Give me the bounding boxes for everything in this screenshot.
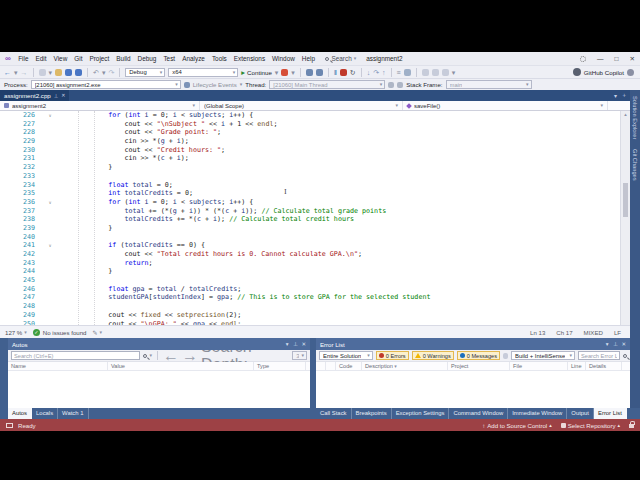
function-dropdown[interactable]: saveFile() ▾	[403, 101, 608, 110]
hot-reload-icon[interactable]	[281, 69, 288, 76]
tab-call-stack[interactable]: Call Stack	[316, 408, 352, 419]
menu-project[interactable]: Project	[86, 55, 113, 62]
fold-collapse-icon[interactable]: ∨	[40, 111, 60, 120]
menu-test[interactable]: Test	[160, 55, 179, 62]
error-list-column-project[interactable]: Project	[448, 362, 510, 370]
flag-threads-icon[interactable]	[388, 82, 394, 88]
error-list-column-code[interactable]: Code	[336, 362, 362, 370]
pin-icon[interactable]: ⊤	[613, 341, 618, 347]
menu-debug[interactable]: Debug	[134, 55, 160, 62]
autos-column-type[interactable]: Type	[254, 362, 306, 370]
redo-icon[interactable]: ↷	[108, 69, 114, 76]
chevron-down-icon[interactable]: ▾	[291, 69, 295, 76]
chevron-down-icon[interactable]: ▾	[14, 69, 18, 76]
scope-filter-dropdown[interactable]: Entire Solution▾	[319, 351, 373, 360]
restore-button[interactable]: □	[615, 55, 619, 62]
menu-edit[interactable]: Edit	[32, 55, 50, 62]
bookmark-icon[interactable]	[422, 69, 429, 76]
pause-icon[interactable]: ‖	[334, 69, 337, 76]
errors-toggle-button[interactable]: 0 Errors	[376, 351, 409, 360]
editor-vertical-scrollbar[interactable]: ▴	[620, 111, 630, 325]
step-out-icon[interactable]: ↑	[382, 69, 386, 76]
tab-exception-settings[interactable]: Exception Settings	[392, 408, 450, 419]
tab-immediate-window[interactable]: Immediate Window	[508, 408, 567, 419]
autos-panel-header[interactable]: Autos ▾ ⊤ ✕	[8, 338, 310, 350]
step-over-icon[interactable]: ↷	[373, 69, 379, 76]
warnings-toggle-button[interactable]: 0 Warnings	[412, 351, 454, 360]
tab-git-changes[interactable]: Git Changes	[632, 149, 638, 181]
code-editor[interactable]: 226∨ for (int i = 0; i < subjects; i++) …	[0, 111, 630, 325]
menu-analyze[interactable]: Analyze	[179, 55, 209, 62]
scrollbar-thumb[interactable]	[623, 183, 628, 217]
clear-filter-icon[interactable]	[503, 353, 508, 359]
autos-column-value[interactable]: Value	[108, 362, 254, 370]
autos-search-input[interactable]	[11, 351, 140, 360]
open-folder-icon[interactable]	[55, 69, 62, 76]
close-button[interactable]: ✕	[630, 55, 635, 63]
breakpoint-window-icon[interactable]	[316, 69, 323, 76]
close-icon[interactable]: ✕	[621, 341, 626, 347]
github-copilot-status[interactable]: GitHub Copilot	[573, 68, 636, 76]
menu-extensions[interactable]: Extensions	[230, 55, 268, 62]
chevron-down-icon[interactable]: ▾	[275, 69, 279, 76]
menu-tools[interactable]: Tools	[208, 55, 230, 62]
autos-content[interactable]	[8, 371, 310, 408]
fold-collapse-icon[interactable]: ∨	[40, 198, 60, 207]
tab-solution-explorer[interactable]: Solution Explorer	[632, 96, 638, 139]
undo-icon[interactable]: ↶	[93, 69, 99, 76]
new-file-icon[interactable]	[39, 69, 46, 76]
error-list-column-details[interactable]: Details	[586, 362, 622, 370]
scope-dropdown[interactable]: (Global Scope) ▾	[200, 101, 403, 110]
build-filter-dropdown[interactable]: Build + IntelliSense▾	[511, 351, 575, 360]
tab-watch-1[interactable]: Watch 1	[58, 408, 88, 419]
chevron-down-icon[interactable]: ▾	[452, 69, 456, 76]
add-to-source-control-button[interactable]: ↑ Add to Source Control ▴	[482, 422, 552, 429]
float-icon[interactable]: ＋	[621, 91, 627, 100]
nav-forward-icon[interactable]: →	[21, 69, 28, 76]
restart-icon[interactable]: ↻	[350, 69, 356, 76]
intellitrace-icon[interactable]: ≡	[397, 69, 401, 76]
save-icon[interactable]	[65, 69, 72, 76]
menu-help[interactable]: Help	[298, 55, 318, 62]
search-box[interactable]: Search ▾	[325, 55, 356, 62]
fold-collapse-icon[interactable]: ∨	[40, 241, 60, 250]
line-indicator[interactable]: Ln 13	[530, 329, 545, 336]
chevron-down-icon[interactable]: ▾	[286, 341, 289, 347]
error-list-panel-header[interactable]: Error List ▾ ⊤ ✕	[316, 338, 630, 350]
close-icon[interactable]: ✕	[301, 341, 306, 347]
tab-autos[interactable]: Autos	[8, 408, 32, 419]
error-list-content[interactable]	[316, 371, 630, 408]
chevron-down-icon[interactable]: ▾	[102, 69, 106, 76]
show-next-statement-icon[interactable]	[306, 69, 313, 76]
document-health-indicator[interactable]: ✓ No issues found	[33, 329, 87, 336]
project-dropdown[interactable]: assignment2 ▾	[0, 101, 200, 110]
error-list-column-file[interactable]: File	[510, 362, 568, 370]
pin-icon[interactable]: ⊤	[54, 93, 58, 98]
bookmark-prev-icon[interactable]	[432, 69, 439, 76]
menu-build[interactable]: Build	[113, 55, 134, 62]
thread-view-icon[interactable]	[397, 82, 403, 88]
tab-command-window[interactable]: Command Window	[449, 408, 508, 419]
lifecycle-events-button[interactable]: Lifecycle Events	[193, 81, 237, 88]
pin-icon[interactable]: ⊤	[293, 341, 298, 347]
indent-indicator[interactable]: MIXED	[584, 329, 603, 336]
configuration-dropdown[interactable]: Debug▾	[125, 68, 165, 77]
process-dropdown[interactable]: [21060] assignment2.exe▾	[31, 80, 181, 89]
continue-button[interactable]: ▸ Continue	[241, 69, 272, 76]
select-repository-button[interactable]: Select Repository ▴	[561, 422, 620, 429]
diagnostics-icon[interactable]	[404, 69, 411, 76]
column-indicator[interactable]: Ch 17	[556, 329, 572, 336]
bookmark-next-icon[interactable]	[442, 69, 449, 76]
search-depth-dropdown[interactable]: 3▾	[292, 351, 307, 360]
error-list-column-line[interactable]: Line	[568, 362, 586, 370]
close-tab-icon[interactable]: ✕	[61, 93, 65, 98]
error-list-column-description[interactable]: Description ▾	[362, 362, 448, 370]
zoom-dropdown[interactable]: 127 % ▾	[5, 329, 27, 336]
tab-error-list[interactable]: Error List	[594, 408, 627, 419]
tab-assignment2-cpp[interactable]: assignment2.cpp ⊤ ✕	[0, 90, 69, 101]
step-into-icon[interactable]: ↓	[367, 69, 371, 76]
menu-view[interactable]: View	[50, 55, 71, 62]
menu-window[interactable]: Window	[269, 55, 299, 62]
feedback-icon[interactable]	[580, 56, 586, 62]
chevron-down-icon[interactable]: ▾	[49, 69, 53, 76]
